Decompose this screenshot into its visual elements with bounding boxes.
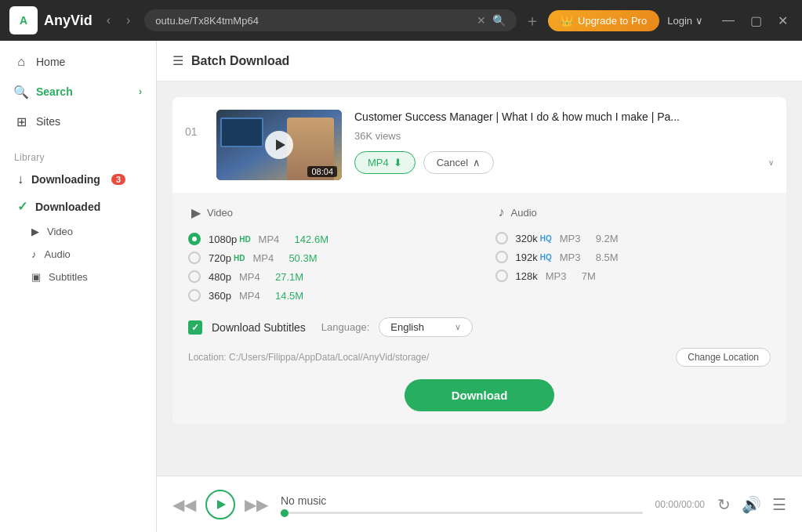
- video-thumbnail: 08:04: [216, 110, 342, 180]
- new-tab-button[interactable]: ＋: [524, 10, 540, 31]
- mp4-button[interactable]: MP4 ⬇: [354, 151, 416, 174]
- login-button[interactable]: Login ∨: [667, 15, 703, 27]
- radio-128k[interactable]: [495, 270, 508, 282]
- audio-label: Audio: [45, 248, 71, 260]
- size-14m: 14.5M: [275, 290, 303, 302]
- video-meta: Customer Success Manager | What I do & h…: [354, 110, 774, 174]
- url-bar[interactable]: outu.be/Tx8K4tmMp64 ✕ 🔍: [144, 9, 517, 31]
- change-location-button[interactable]: Change Location: [676, 348, 771, 367]
- player-right-controls: ↻ 🔊 ☰: [717, 495, 786, 514]
- download-panel: 01 08:04 Customer Success Manager | What…: [157, 81, 802, 476]
- language-value: English: [390, 321, 424, 333]
- url-text: outu.be/Tx8K4tmMp64: [155, 15, 470, 27]
- language-label: Language:: [321, 321, 369, 333]
- repeat-button[interactable]: ↻: [717, 495, 731, 514]
- video-col-label: Video: [207, 207, 233, 219]
- volume-button[interactable]: 🔊: [742, 495, 761, 514]
- video-option-720p[interactable]: 720pHD MP4 50.3M: [188, 248, 464, 267]
- cancel-button[interactable]: Cancel ∧: [423, 151, 494, 174]
- size-7m: 7M: [582, 270, 596, 282]
- video-number: 01: [185, 125, 204, 138]
- player-title: No music: [281, 494, 643, 507]
- nav-arrows: ‹ ›: [100, 10, 137, 31]
- audio-options-column: ♪ Audio 320kHQ MP3 9.2M 19: [495, 205, 771, 305]
- audio-option-320k[interactable]: 320kHQ MP3 9.2M: [495, 229, 771, 248]
- audio-option-128k[interactable]: 128k MP3 7M: [495, 266, 771, 285]
- player-time: 00:00/00:00: [655, 499, 705, 510]
- chevron-down-icon: ∨: [455, 322, 461, 332]
- size-9m: 9.2M: [596, 233, 619, 244]
- subtitle-checkbox[interactable]: [188, 320, 202, 335]
- radio-480p[interactable]: [188, 270, 201, 283]
- sidebar-item-audio[interactable]: ♪ Audio: [0, 243, 156, 266]
- sidebar-item-label: Search: [36, 85, 73, 98]
- next-track-button[interactable]: ▶▶: [245, 495, 268, 514]
- audio-icon: ♪: [31, 248, 37, 260]
- search-icon: 🔍: [14, 85, 28, 99]
- url-search-icon[interactable]: 🔍: [492, 14, 506, 27]
- audio-option-192k[interactable]: 192kHQ MP3 8.5M: [495, 248, 771, 266]
- format-mp3-2: MP3: [560, 252, 588, 263]
- sidebar-item-downloaded[interactable]: ✓ Downloaded: [0, 193, 156, 220]
- chevron-right-icon: ›: [139, 86, 142, 97]
- radio-1080p[interactable]: [188, 233, 201, 245]
- format-mp3-3: MP3: [546, 270, 574, 282]
- maximize-button[interactable]: ▢: [746, 12, 767, 30]
- radio-320k[interactable]: [495, 232, 508, 244]
- play-overlay-button[interactable]: [265, 131, 293, 159]
- sidebar-item-sites[interactable]: ⊞ Sites: [0, 107, 156, 136]
- playlist-button[interactable]: ☰: [772, 495, 786, 514]
- dropdown-chevron-icon[interactable]: ∨: [768, 158, 774, 167]
- batch-header: ☰ Batch Download: [157, 41, 802, 81]
- close-button[interactable]: ✕: [773, 12, 793, 30]
- format-mp4-2: MP4: [252, 252, 281, 264]
- downloading-label: Downloading: [31, 173, 100, 186]
- play-button[interactable]: [205, 490, 235, 519]
- size-50m: 50.3M: [289, 252, 317, 264]
- progress-bar[interactable]: [281, 512, 643, 514]
- download-icon: ⬇: [394, 157, 402, 168]
- batch-title: Batch Download: [191, 54, 289, 68]
- sidebar-item-search[interactable]: 🔍 Search ›: [0, 77, 156, 107]
- check-circle-icon: ✓: [17, 199, 27, 214]
- language-select[interactable]: English ∨: [379, 317, 473, 337]
- sidebar-item-downloading[interactable]: ↓ Downloading 3: [0, 166, 156, 193]
- back-button[interactable]: ‹: [100, 10, 117, 31]
- upgrade-button[interactable]: 👑 Upgrade to Pro: [548, 10, 659, 31]
- sidebar-item-subtitles[interactable]: ▣ Subtitles: [0, 266, 156, 288]
- cancel-label: Cancel: [437, 157, 468, 168]
- titlebar: A AnyVid ‹ › outu.be/Tx8K4tmMp64 ✕ 🔍 ＋ 👑…: [0, 0, 802, 41]
- format-label: MP4: [368, 157, 389, 168]
- subtitle-label: Download Subtitles: [212, 321, 306, 334]
- video-options-column: ▶ Video 1080pHD MP4 142.6M: [188, 205, 464, 305]
- video-option-1080p[interactable]: 1080pHD MP4 142.6M: [188, 230, 464, 248]
- location-text: Location: C:/Users/Filippa/AppData/Local…: [188, 352, 666, 363]
- radio-720p[interactable]: [188, 252, 201, 264]
- format-mp4-4: MP4: [239, 290, 267, 302]
- sidebar-item-label: Home: [36, 56, 65, 68]
- chevron-up-icon: ∧: [473, 157, 481, 168]
- options-columns: ▶ Video 1080pHD MP4 142.6M: [188, 205, 771, 305]
- radio-192k[interactable]: [495, 251, 508, 263]
- content-area: ☰ Batch Download 01 08: [157, 41, 802, 532]
- subtitles-icon: ▣: [31, 271, 41, 283]
- video-views: 36K views: [354, 130, 774, 142]
- prev-track-button[interactable]: ◀◀: [172, 495, 196, 514]
- minimize-button[interactable]: —: [717, 12, 739, 30]
- location-row: Location: C:/Users/Filippa/AppData/Local…: [188, 348, 771, 367]
- player-info: No music: [281, 494, 643, 514]
- download-button[interactable]: Download: [405, 379, 555, 411]
- res-360p-label: 360p: [209, 290, 231, 302]
- video-option-360p[interactable]: 360p MP4 14.5M: [188, 286, 464, 305]
- batch-icon: ☰: [172, 53, 183, 68]
- audio-col-label: Audio: [511, 207, 537, 219]
- radio-360p[interactable]: [188, 289, 201, 302]
- video-option-480p[interactable]: 480p MP4 27.1M: [188, 267, 464, 286]
- sidebar-item-home[interactable]: ⌂ Home: [0, 47, 156, 77]
- url-close-icon[interactable]: ✕: [477, 14, 486, 27]
- sidebar-item-video[interactable]: ▶ Video: [0, 220, 156, 243]
- app-name: AnyVid: [44, 13, 93, 29]
- downloading-badge: 3: [111, 174, 125, 185]
- forward-button[interactable]: ›: [120, 10, 136, 31]
- sidebar-nav: ⌂ Home 🔍 Search › ⊞ Sites: [0, 41, 156, 143]
